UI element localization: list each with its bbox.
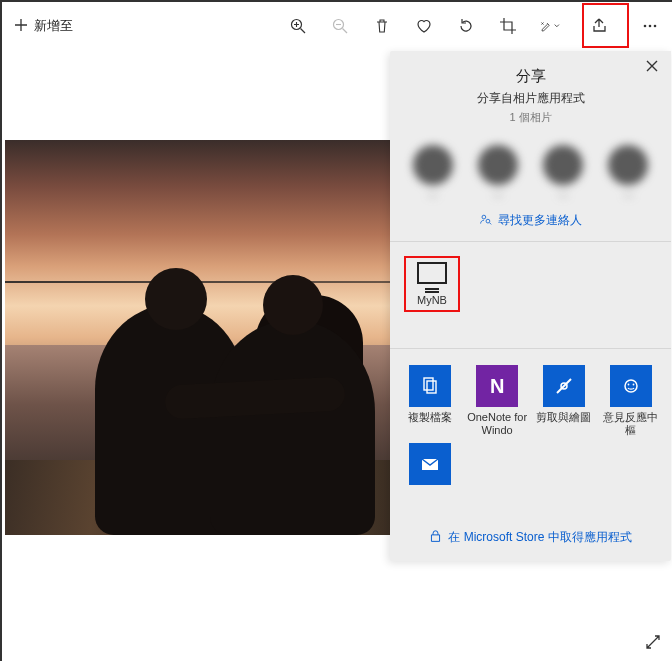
share-title: 分享 (400, 67, 661, 86)
snip-icon (543, 365, 585, 407)
add-to-button[interactable]: 新增至 (14, 17, 73, 35)
zoom-in-icon[interactable] (288, 16, 308, 36)
find-more-label: 尋找更多連絡人 (498, 212, 582, 229)
contact-item[interactable]: — (599, 145, 657, 200)
store-icon (429, 530, 442, 546)
share-icon[interactable] (582, 16, 618, 36)
copy-icon (409, 365, 451, 407)
crop-icon[interactable] (498, 16, 518, 36)
mail-icon (409, 443, 451, 485)
onenote-icon: N (476, 365, 518, 407)
feedback-icon (610, 365, 652, 407)
contact-item[interactable]: — (534, 145, 592, 200)
favorite-icon[interactable] (414, 16, 434, 36)
contact-item[interactable]: — (469, 145, 527, 200)
zoom-out-icon (330, 16, 350, 36)
app-mail[interactable] (400, 443, 460, 515)
svg-point-12 (632, 384, 634, 386)
device-mynb[interactable]: MyNB (404, 256, 460, 312)
resize-handle-icon[interactable] (644, 633, 662, 651)
app-onenote[interactable]: N OneNote for Windo (467, 365, 528, 437)
monitor-icon (417, 262, 447, 284)
photo-viewport[interactable] (5, 140, 391, 535)
app-copy-file[interactable]: 複製檔案 (400, 365, 461, 437)
contacts-row: — — — — (390, 131, 671, 204)
svg-point-2 (644, 25, 647, 28)
divider (390, 241, 671, 242)
store-link-label: 在 Microsoft Store 中取得應用程式 (448, 529, 631, 546)
toolbar-right (288, 16, 660, 36)
get-apps-store[interactable]: 在 Microsoft Store 中取得應用程式 (390, 515, 671, 554)
share-header: 分享 分享自相片應用程式 1 個相片 (390, 51, 671, 131)
apps-grid: 複製檔案 N OneNote for Windo 剪取與繪圖 意見反應中樞 (390, 357, 671, 437)
svg-rect-7 (424, 378, 433, 390)
rotate-icon[interactable] (456, 16, 476, 36)
share-close-button[interactable] (633, 51, 671, 81)
apps-row-2 (390, 437, 671, 515)
plus-icon (14, 18, 28, 35)
delete-icon[interactable] (372, 16, 392, 36)
add-to-label: 新增至 (34, 17, 73, 35)
share-subtitle: 分享自相片應用程式 (400, 90, 661, 107)
app-feedback-hub[interactable]: 意見反應中樞 (600, 365, 661, 437)
svg-rect-8 (427, 381, 436, 393)
device-label: MyNB (408, 294, 456, 306)
svg-point-11 (627, 384, 629, 386)
svg-point-6 (486, 219, 490, 223)
contact-item[interactable]: — (404, 145, 462, 200)
share-count: 1 個相片 (400, 110, 661, 125)
share-panel: 分享 分享自相片應用程式 1 個相片 — — — — 尋找更多連絡人 MyNB (390, 51, 671, 561)
find-more-contacts[interactable]: 尋找更多連絡人 (390, 204, 671, 241)
person-search-icon (479, 213, 492, 229)
device-section: MyNB (390, 250, 671, 318)
svg-point-10 (625, 380, 637, 392)
edit-dropdown-icon[interactable] (540, 16, 560, 36)
more-icon[interactable] (640, 16, 660, 36)
toolbar: 新增至 (2, 2, 672, 50)
svg-point-4 (654, 25, 657, 28)
app-snip-sketch[interactable]: 剪取與繪圖 (534, 365, 595, 437)
svg-point-5 (482, 215, 486, 219)
divider (390, 348, 671, 349)
svg-point-3 (649, 25, 652, 28)
